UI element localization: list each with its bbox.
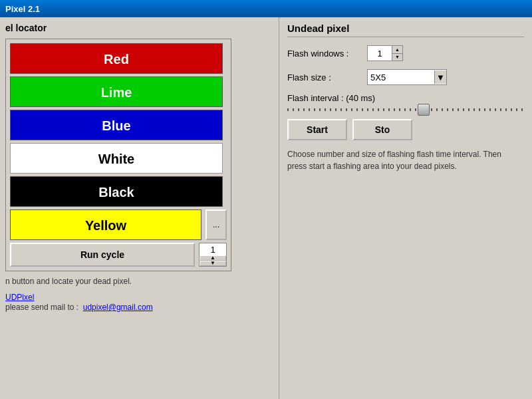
color-button-white[interactable]: White: [10, 143, 223, 174]
stop-button[interactable]: Sto: [352, 119, 412, 140]
color-button-blue[interactable]: Blue: [10, 110, 223, 140]
flash-windows-input[interactable]: [368, 46, 392, 61]
hint-text: n button and locate your dead pixel.: [5, 277, 231, 286]
color-button-yellow[interactable]: Yellow: [10, 209, 201, 240]
flash-windows-spinner: ▲ ▼: [367, 45, 403, 61]
cycle-spinner-arrows: ▲ ▼: [200, 255, 226, 266]
flash-interval-slider-thumb[interactable]: [418, 104, 430, 116]
description-text: Choose number and size of flashing flash…: [287, 148, 513, 172]
flash-size-row: Flash size : 5X5 ▼: [287, 69, 524, 85]
app-title: Pixel 2.1: [5, 4, 40, 14]
left-panel: el locator Red Lime Blue White Black Yel…: [0, 17, 279, 399]
flash-size-value: 5X5: [370, 72, 386, 82]
action-buttons: Start Sto: [287, 119, 524, 140]
title-bar: Pixel 2.1: [0, 0, 532, 17]
flash-size-label: Flash size :: [287, 72, 360, 82]
flash-interval-slider-track: [287, 108, 524, 111]
undead-pixel-title: Undead pixel: [287, 23, 524, 37]
cycle-spinner-down[interactable]: ▼: [200, 261, 226, 266]
right-panel: Undead pixel Flash windows : ▲ ▼ Flash s…: [279, 17, 532, 399]
yellow-row: Yellow ...: [10, 209, 227, 240]
flash-windows-label: Flash windows :: [287, 49, 360, 59]
start-button[interactable]: Start: [287, 119, 347, 140]
dots-button[interactable]: ...: [205, 209, 227, 240]
flash-windows-spin-down[interactable]: ▼: [392, 54, 402, 61]
run-cycle-button[interactable]: Run cycle: [10, 243, 195, 267]
cycle-count-input[interactable]: [200, 243, 226, 255]
cycle-spinner: ▲ ▼: [199, 243, 227, 267]
flash-windows-spin-btns: ▲ ▼: [392, 46, 402, 61]
color-button-lime[interactable]: Lime: [10, 76, 223, 107]
email-link[interactable]: udpixel@gmail.com: [83, 303, 153, 312]
color-button-black[interactable]: Black: [10, 176, 223, 207]
send-mail-label: please send mail to : udpixel@gmail.com: [5, 303, 153, 312]
left-panel-title: el locator: [5, 23, 273, 33]
flash-size-dropdown-arrow[interactable]: ▼: [434, 70, 446, 84]
color-buttons-area: Red Lime Blue White Black Yellow ... Run…: [5, 39, 231, 271]
flash-size-dropdown[interactable]: 5X5 ▼: [367, 69, 447, 85]
run-cycle-row: Run cycle ▲ ▼: [10, 243, 227, 267]
flash-windows-row: Flash windows : ▲ ▼: [287, 45, 524, 61]
flash-windows-spin-up[interactable]: ▲: [392, 46, 402, 54]
color-button-red[interactable]: Red: [10, 43, 223, 74]
udpixel-link[interactable]: UDPixel: [5, 293, 273, 302]
flash-interval-label: Flash interval : (40 ms): [287, 93, 524, 103]
flash-interval-slider-container: [287, 108, 524, 111]
